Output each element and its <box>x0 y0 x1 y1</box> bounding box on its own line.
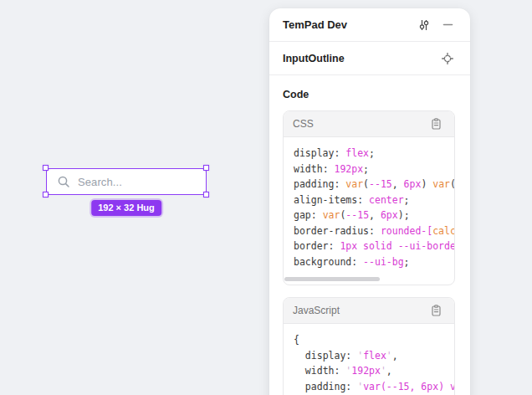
panel-title: TemPad Dev <box>283 18 415 31</box>
code-section-title: Code <box>283 89 455 100</box>
code-section: Code CSS display: flex;width: 192px;padd… <box>269 75 470 395</box>
js-code-body[interactable]: { display: 'flex', width: '192px', paddi… <box>284 324 454 395</box>
clipboard-icon <box>431 118 442 130</box>
code-line: display: flex; <box>294 146 454 162</box>
selected-component-row: InputOutline <box>269 42 470 75</box>
copy-js-button[interactable] <box>427 301 445 320</box>
minus-icon <box>442 19 453 30</box>
search-input-component[interactable]: Search... <box>46 168 207 195</box>
search-placeholder: Search... <box>78 176 122 188</box>
locate-button[interactable] <box>438 49 457 68</box>
js-code-card: JavaScript { display: 'flex', width: '19… <box>283 297 455 395</box>
copy-css-button[interactable] <box>427 115 445 133</box>
code-line: align-items: center; <box>294 192 454 208</box>
code-line: border-radius: rounded-[calc(v <box>294 223 454 239</box>
code-line: padding: var(--15, 6px) var(-- <box>294 177 454 192</box>
code-line: border: 1px solid --ui-border- <box>294 239 454 254</box>
selection-handle-bottom-right[interactable] <box>203 192 209 198</box>
css-scrollbar-thumb[interactable] <box>284 277 380 281</box>
css-card-header: CSS <box>284 111 454 137</box>
js-card-header: JavaScript <box>284 298 454 324</box>
code-line: display: 'flex', <box>294 348 454 364</box>
js-card-label: JavaScript <box>293 305 427 316</box>
code-line: background: --ui-bg; <box>294 254 454 270</box>
tempad-dev-panel: TemPad Dev InputOutline <box>269 8 470 395</box>
crosshair-icon <box>442 53 453 64</box>
code-line: padding: 'var(--15, 6px) var <box>294 379 454 395</box>
minimize-button[interactable] <box>438 16 457 34</box>
css-card-label: CSS <box>293 118 427 130</box>
panel-header: TemPad Dev <box>269 8 470 42</box>
css-horizontal-scrollbar <box>284 275 453 283</box>
code-line: gap: var(--15, 6px); <box>294 208 454 223</box>
preferences-button[interactable] <box>415 16 433 34</box>
code-line: width: 192px; <box>294 162 454 177</box>
sliders-icon <box>418 19 430 31</box>
selection-handle-bottom-left[interactable] <box>43 192 49 198</box>
css-code-body[interactable]: display: flex;width: 192px;padding: var(… <box>284 137 454 274</box>
selection-handle-top-left[interactable] <box>43 165 49 171</box>
size-badge: 192 × 32 Hug <box>91 200 161 216</box>
code-line: { <box>294 332 454 348</box>
clipboard-icon <box>431 305 442 316</box>
selection-handle-top-right[interactable] <box>203 165 209 171</box>
code-line: width: '192px', <box>294 363 454 379</box>
search-icon <box>57 175 70 188</box>
css-code-card: CSS display: flex;width: 192px;padding: … <box>283 110 455 285</box>
selected-component-name: InputOutline <box>283 53 438 64</box>
